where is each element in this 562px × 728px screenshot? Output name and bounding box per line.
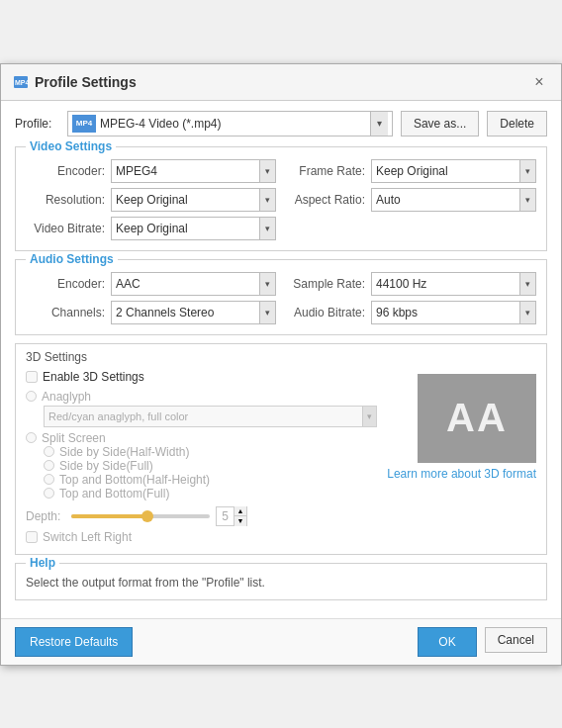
channels-value: 2 Channels Stereo xyxy=(112,306,259,319)
svg-text:MP4: MP4 xyxy=(15,79,29,86)
profile-settings-dialog: MP4 Profile Settings × Profile: MP4 MPEG… xyxy=(0,63,562,666)
encoder-label: Encoder: xyxy=(26,164,105,178)
resolution-select[interactable]: Keep Original xyxy=(111,188,276,212)
frame-rate-label: Frame Rate: xyxy=(286,164,365,178)
video-bitrate-select[interactable]: Keep Original xyxy=(111,217,276,240)
encoder-value: MPEG4 xyxy=(112,164,259,178)
switch-lr-label: Switch Left Right xyxy=(43,530,132,544)
enable-3d-checkbox[interactable] xyxy=(26,371,38,383)
video-bitrate-dropdown-arrow[interactable] xyxy=(259,218,275,239)
side-by-side-half-radio[interactable] xyxy=(44,446,54,457)
profile-label: Profile: xyxy=(15,117,59,131)
depth-increment-button[interactable]: ▲ xyxy=(234,506,246,516)
sample-rate-dropdown-arrow[interactable] xyxy=(519,273,535,295)
resolution-dropdown-arrow[interactable] xyxy=(259,189,275,211)
dialog-icon: MP4 xyxy=(13,74,29,90)
channels-row: Channels: 2 Channels Stereo xyxy=(26,301,276,324)
side-by-side-full-radio[interactable] xyxy=(44,460,54,471)
aspect-ratio-label: Aspect Ratio: xyxy=(286,193,365,207)
save-as-button[interactable]: Save as... xyxy=(401,111,479,136)
aspect-ratio-value: Auto xyxy=(372,193,519,207)
aspect-ratio-row: Aspect Ratio: Auto xyxy=(286,188,536,212)
audio-bitrate-value: 96 kbps xyxy=(372,306,519,319)
depth-decrement-button[interactable]: ▼ xyxy=(234,516,246,526)
video-settings-grid: Encoder: MPEG4 Resolution: Keep Original xyxy=(26,159,536,240)
sample-rate-label: Sample Rate: xyxy=(286,277,365,291)
top-bottom-half-radio[interactable] xyxy=(44,474,54,485)
profile-dropdown-arrow[interactable] xyxy=(370,112,388,136)
dialog-content: Profile: MP4 MPEG-4 Video (*.mp4) Save a… xyxy=(1,101,561,618)
encoder-select[interactable]: MPEG4 xyxy=(111,159,276,183)
dialog-title: Profile Settings xyxy=(35,74,137,90)
side-by-side-half-label: Side by Side(Half-Width) xyxy=(59,445,189,459)
audio-bitrate-select[interactable]: 96 kbps xyxy=(371,301,536,324)
depth-value-box: 5 ▲ ▼ xyxy=(216,506,247,526)
audio-encoder-value: AAC xyxy=(112,277,259,291)
video-bitrate-label: Video Bitrate: xyxy=(26,222,105,235)
learn-more-link[interactable]: Learn more about 3D format xyxy=(387,467,536,481)
depth-slider-track[interactable] xyxy=(71,514,210,518)
3d-settings-section: 3D Settings Enable 3D Settings Anaglyph xyxy=(15,343,547,555)
close-button[interactable]: × xyxy=(529,72,549,92)
side-by-side-full-label: Side by Side(Full) xyxy=(59,459,153,473)
encoder-dropdown-arrow[interactable] xyxy=(259,160,275,182)
resolution-value: Keep Original xyxy=(112,193,259,207)
mp4-icon: MP4 xyxy=(72,115,96,133)
depth-row: Depth: 5 ▲ ▼ xyxy=(26,506,377,526)
cancel-button[interactable]: Cancel xyxy=(485,627,547,653)
audio-encoder-select[interactable]: AAC xyxy=(111,272,276,296)
audio-encoder-row: Encoder: AAC xyxy=(26,272,276,296)
profile-select-wrapper: MP4 MPEG-4 Video (*.mp4) xyxy=(67,111,393,136)
top-bottom-full-label: Top and Bottom(Full) xyxy=(59,487,169,500)
resolution-row: Resolution: Keep Original xyxy=(26,188,276,212)
enable-3d-row: Enable 3D Settings xyxy=(26,370,377,384)
channels-label: Channels: xyxy=(26,306,105,319)
channels-select[interactable]: 2 Channels Stereo xyxy=(111,301,276,324)
profile-select[interactable]: MP4 MPEG-4 Video (*.mp4) xyxy=(67,111,393,136)
side-by-side-full-row: Side by Side(Full) xyxy=(44,459,377,473)
split-screen-label: Split Screen xyxy=(42,431,106,445)
split-screen-row: Split Screen xyxy=(26,431,377,445)
top-bottom-full-radio[interactable] xyxy=(44,488,54,499)
profile-row: Profile: MP4 MPEG-4 Video (*.mp4) Save a… xyxy=(15,111,547,136)
frame-rate-row: Frame Rate: Keep Original xyxy=(286,159,536,183)
aspect-ratio-dropdown-arrow[interactable] xyxy=(519,189,535,211)
sample-rate-row: Sample Rate: 44100 Hz xyxy=(286,272,536,296)
video-settings-section: Video Settings Encoder: MPEG4 Re xyxy=(15,146,547,251)
audio-bitrate-row: Audio Bitrate: 96 kbps xyxy=(286,301,536,324)
top-bottom-full-row: Top and Bottom(Full) xyxy=(44,487,377,500)
split-screen-radio[interactable] xyxy=(26,432,37,443)
anaglyph-option-select[interactable]: Red/cyan anaglyph, full color xyxy=(44,406,377,427)
switch-lr-checkbox[interactable] xyxy=(26,531,38,543)
3d-preview: AA xyxy=(418,374,536,463)
delete-button[interactable]: Delete xyxy=(487,111,547,136)
anaglyph-dropdown-arrow[interactable] xyxy=(362,407,376,426)
learn-more-row: Learn more about 3D format xyxy=(387,467,536,481)
restore-defaults-button[interactable]: Restore Defaults xyxy=(15,627,133,657)
sample-rate-value: 44100 Hz xyxy=(372,277,519,291)
anaglyph-row: Anaglyph xyxy=(26,390,377,404)
title-bar: MP4 Profile Settings × xyxy=(1,64,561,101)
side-by-side-half-row: Side by Side(Half-Width) xyxy=(44,445,377,459)
anaglyph-radio[interactable] xyxy=(26,391,37,402)
audio-encoder-label: Encoder: xyxy=(26,277,105,291)
anaglyph-label: Anaglyph xyxy=(42,390,91,404)
audio-encoder-dropdown-arrow[interactable] xyxy=(259,273,275,295)
3d-settings-title: 3D Settings xyxy=(26,350,536,364)
depth-slider-fill xyxy=(71,514,147,518)
frame-rate-select[interactable]: Keep Original xyxy=(371,159,536,183)
frame-rate-dropdown-arrow[interactable] xyxy=(519,160,535,182)
audio-bitrate-dropdown-arrow[interactable] xyxy=(519,302,535,323)
depth-label: Depth: xyxy=(26,509,65,523)
top-bottom-half-label: Top and Bottom(Half-Height) xyxy=(59,473,210,487)
encoder-row: Encoder: MPEG4 xyxy=(26,159,276,183)
aspect-ratio-select[interactable]: Auto xyxy=(371,188,536,212)
channels-dropdown-arrow[interactable] xyxy=(259,302,275,323)
help-section: Help Select the output format from the "… xyxy=(15,563,547,600)
dialog-footer: Restore Defaults OK Cancel xyxy=(1,618,561,665)
ok-button[interactable]: OK xyxy=(418,627,476,657)
sample-rate-select[interactable]: 44100 Hz xyxy=(371,272,536,296)
profile-select-text: MPEG-4 Video (*.mp4) xyxy=(100,117,366,131)
depth-slider-thumb[interactable] xyxy=(141,510,153,522)
video-settings-title: Video Settings xyxy=(26,139,116,153)
